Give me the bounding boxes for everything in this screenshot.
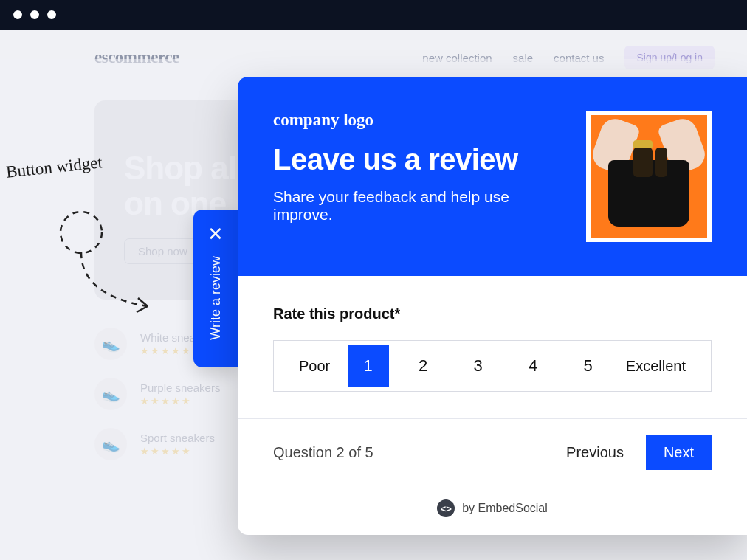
nav-sale[interactable]: sale bbox=[513, 52, 534, 64]
star-rating: ★★★★★ bbox=[140, 446, 215, 457]
modal-header: company logo Leave us a review Share you… bbox=[238, 77, 747, 276]
embedsocial-icon: <> bbox=[437, 499, 455, 517]
company-logo: company logo bbox=[273, 111, 564, 130]
review-modal: company logo Leave us a review Share you… bbox=[238, 77, 747, 535]
nav-new-collection[interactable]: new collection bbox=[422, 52, 492, 64]
modal-title: Leave us a review bbox=[273, 143, 564, 176]
rating-option-4[interactable]: 4 bbox=[512, 345, 554, 387]
modal-body: Rate this product* Poor 1 2 3 4 5 Excell… bbox=[238, 276, 747, 418]
nav-contact[interactable]: contact us bbox=[554, 52, 604, 64]
widget-tab-label: Write a review bbox=[208, 256, 224, 340]
rating-scale: Poor 1 2 3 4 5 Excellent bbox=[273, 340, 712, 392]
rating-high-label: Excellent bbox=[616, 350, 696, 382]
close-icon[interactable]: ✕ bbox=[207, 223, 224, 246]
modal-subtitle: Share your feedback and help use improve… bbox=[273, 188, 554, 224]
product-thumb: 👟 bbox=[94, 328, 127, 360]
modal-footer: Question 2 of 5 Previous Next bbox=[238, 418, 747, 486]
rating-low-label: Poor bbox=[289, 350, 340, 382]
rating-option-1[interactable]: 1 bbox=[348, 345, 389, 387]
product-name: Sport sneakers bbox=[140, 432, 215, 444]
product-thumb: 👟 bbox=[94, 378, 127, 410]
next-button[interactable]: Next bbox=[646, 435, 712, 470]
product-thumb: 👟 bbox=[94, 428, 127, 460]
window-titlebar bbox=[0, 0, 747, 30]
previous-button[interactable]: Previous bbox=[551, 437, 638, 469]
site-logo: escommerce bbox=[94, 48, 179, 67]
product-name: Purple sneakers bbox=[140, 381, 220, 394]
product-image bbox=[586, 111, 712, 242]
rating-option-3[interactable]: 3 bbox=[458, 345, 499, 387]
rating-option-5[interactable]: 5 bbox=[568, 345, 609, 387]
question-label: Rate this product* bbox=[273, 305, 712, 322]
shop-now-button[interactable]: Shop now bbox=[124, 238, 202, 264]
site-nav: escommerce new collection sale contact u… bbox=[0, 46, 747, 69]
traffic-light-dot bbox=[30, 10, 39, 19]
signup-button[interactable]: Sign up/Log in bbox=[624, 46, 715, 69]
question-progress: Question 2 of 5 bbox=[273, 444, 374, 461]
traffic-light-dot bbox=[13, 10, 22, 19]
rating-option-2[interactable]: 2 bbox=[402, 345, 444, 387]
star-rating: ★★★★★ bbox=[140, 395, 220, 407]
credit-text: by EmbedSocial bbox=[462, 502, 548, 515]
modal-credit: <> by EmbedSocial bbox=[238, 486, 747, 535]
traffic-light-dot bbox=[47, 10, 56, 19]
review-widget-tab[interactable]: ✕ Write a review bbox=[193, 210, 238, 367]
